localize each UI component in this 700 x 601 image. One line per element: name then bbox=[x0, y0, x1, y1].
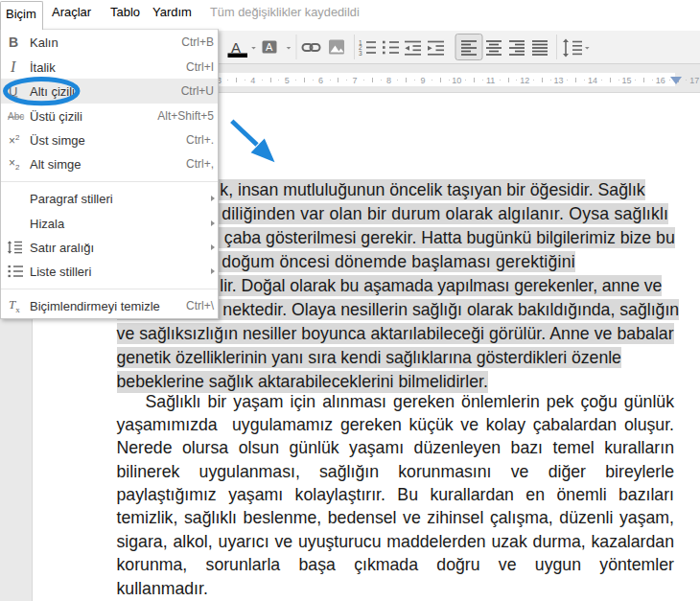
svg-text:A: A bbox=[266, 41, 273, 53]
svg-text:A: A bbox=[231, 39, 241, 56]
svg-text:3: 3 bbox=[359, 50, 362, 57]
